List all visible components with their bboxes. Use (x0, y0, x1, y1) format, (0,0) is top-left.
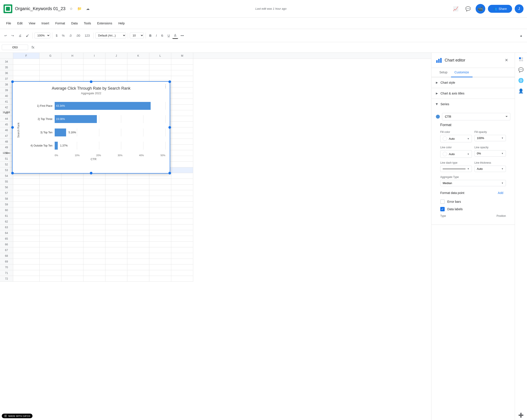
cell-i34[interactable] (83, 59, 105, 65)
cell-g58[interactable] (40, 196, 62, 202)
cell-m64[interactable] (171, 230, 193, 236)
comment-icon[interactable]: 💬 (463, 4, 473, 14)
cell-g70[interactable] (40, 265, 62, 270)
cell-k70[interactable] (127, 265, 149, 270)
cell-f36[interactable] (13, 70, 40, 76)
cell-h59[interactable] (62, 202, 83, 207)
currency-button[interactable]: $ (54, 33, 59, 39)
star-icon[interactable]: ☆ (68, 6, 74, 12)
cell-f62[interactable] (13, 219, 40, 224)
fill-opacity-select[interactable]: 100% ▼ (474, 135, 506, 141)
cell-k35[interactable] (127, 65, 149, 70)
cell-i66[interactable] (83, 242, 105, 247)
cell-l54[interactable] (149, 173, 171, 179)
col-header-j[interactable]: J (105, 53, 127, 59)
share-button[interactable]: 👥 Share (488, 5, 512, 13)
decimal-less-button[interactable]: .0 (67, 33, 73, 39)
cell-i70[interactable] (83, 265, 105, 270)
cell-m48[interactable] (171, 139, 193, 144)
cell-h57[interactable] (62, 190, 83, 196)
zoom-select[interactable]: 100% (34, 33, 50, 38)
cell-l57[interactable] (149, 190, 171, 196)
cell-g67[interactable] (40, 247, 62, 253)
cell-j67[interactable] (105, 247, 127, 253)
resize-handle-left[interactable] (11, 126, 14, 129)
cell-l35[interactable] (149, 65, 171, 70)
cell-m57[interactable] (171, 190, 193, 196)
cell-m50[interactable] (171, 150, 193, 156)
cell-l65[interactable] (149, 236, 171, 242)
cell-j61[interactable] (105, 213, 127, 219)
cell-i54[interactable] (83, 173, 105, 179)
cell-i58[interactable] (83, 196, 105, 202)
cell-g35[interactable] (40, 65, 62, 70)
cell-j37[interactable] (105, 76, 127, 82)
underline-button[interactable]: U (166, 33, 172, 39)
cell-j64[interactable] (105, 230, 127, 236)
cell-i59[interactable] (83, 202, 105, 207)
cell-l55[interactable] (149, 179, 171, 185)
cell-j56[interactable] (105, 185, 127, 190)
cell-g55[interactable] (40, 179, 62, 185)
folder-icon[interactable]: 📁 (77, 6, 83, 12)
cell-g64[interactable] (40, 230, 62, 236)
cell-i71[interactable] (83, 270, 105, 276)
menu-insert[interactable]: Insert (39, 20, 52, 26)
percent-button[interactable]: % (60, 33, 66, 39)
number-format-button[interactable]: 123 (83, 33, 91, 39)
cell-k56[interactable] (127, 185, 149, 190)
cell-i65[interactable] (83, 236, 105, 242)
accordion-chart-style-header[interactable]: ▶ Chart style (431, 77, 515, 88)
menu-view[interactable]: View (26, 20, 38, 26)
print-button[interactable]: 🖨 (17, 33, 23, 39)
cell-m60[interactable] (171, 207, 193, 213)
resize-handle-tl[interactable] (11, 80, 14, 83)
cell-i72[interactable] (83, 276, 105, 282)
cell-h58[interactable] (62, 196, 83, 202)
cell-i63[interactable] (83, 224, 105, 230)
menu-extensions[interactable]: Extensions (94, 20, 115, 26)
cell-k71[interactable] (127, 270, 149, 276)
person-icon-button[interactable]: 👤 (516, 86, 526, 96)
cell-g72[interactable] (40, 276, 62, 282)
meet-icon[interactable]: 📹 (476, 4, 485, 14)
menu-file[interactable]: File (3, 20, 14, 26)
globe-icon-button[interactable]: 🌐 (516, 76, 526, 85)
cell-m67[interactable] (171, 247, 193, 253)
cell-f55[interactable] (13, 179, 40, 185)
cell-l68[interactable] (149, 253, 171, 259)
font-size-select[interactable]: 10 (130, 33, 144, 38)
collapse-icon[interactable]: ▲ (518, 33, 524, 39)
cell-i64[interactable] (83, 230, 105, 236)
cell-l37[interactable] (149, 76, 171, 82)
cell-j65[interactable] (105, 236, 127, 242)
cell-m35[interactable] (171, 65, 193, 70)
tab-customize[interactable]: Customize (451, 68, 472, 77)
more-formats-button[interactable]: ••• (179, 33, 186, 39)
cell-m34[interactable] (171, 59, 193, 65)
cell-h67[interactable] (62, 247, 83, 253)
error-bars-checkbox[interactable] (440, 199, 445, 204)
cell-g60[interactable] (40, 207, 62, 213)
cell-h54[interactable] (62, 173, 83, 179)
cell-f35[interactable] (13, 65, 40, 70)
cell-k59[interactable] (127, 202, 149, 207)
cell-g56[interactable] (40, 185, 62, 190)
cell-i60[interactable] (83, 207, 105, 213)
cell-f64[interactable] (13, 230, 40, 236)
cell-i35[interactable] (83, 65, 105, 70)
cell-m59[interactable] (171, 202, 193, 207)
cell-ref-input[interactable] (2, 44, 28, 50)
cell-j59[interactable] (105, 202, 127, 207)
cell-f57[interactable] (13, 190, 40, 196)
cell-f58[interactable] (13, 196, 40, 202)
cell-m69[interactable] (171, 259, 193, 265)
cell-m47[interactable] (171, 133, 193, 139)
cell-h55[interactable] (62, 179, 83, 185)
cell-l59[interactable] (149, 202, 171, 207)
cell-k37[interactable] (127, 76, 149, 82)
cell-j57[interactable] (105, 190, 127, 196)
resize-handle-bl[interactable] (11, 172, 14, 174)
font-select[interactable]: Default (Ari...) (95, 33, 126, 38)
cell-m58[interactable] (171, 196, 193, 202)
